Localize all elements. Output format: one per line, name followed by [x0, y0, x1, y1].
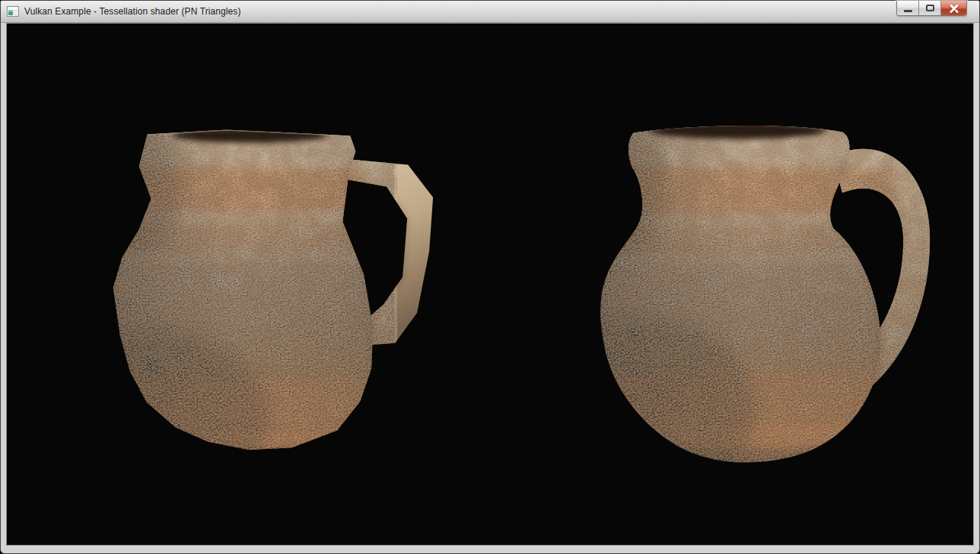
jug-left-rim-opening [173, 128, 328, 143]
app-icon [7, 5, 19, 18]
jug-left-faceted [18, 115, 433, 509]
jug-right-smooth [521, 115, 940, 507]
jug-right-rim-opening [650, 123, 826, 139]
close-x-icon [949, 4, 959, 13]
minimize-dash-icon [904, 10, 912, 12]
jug-right-blotch-texture [590, 116, 940, 473]
jug-left-blotch-texture [104, 121, 396, 466]
close-button[interactable] [941, 1, 966, 15]
vulkan-3d-scene [7, 24, 973, 545]
maximize-square-icon [926, 5, 934, 11]
title-bar[interactable]: Vulkan Example - Tessellation shader (PN… [1, 1, 979, 23]
window-controls [896, 1, 967, 16]
app-window: Vulkan Example - Tessellation shader (PN… [0, 0, 980, 554]
minimize-button[interactable] [897, 1, 919, 15]
maximize-button[interactable] [919, 1, 941, 15]
window-title: Vulkan Example - Tessellation shader (PN… [24, 1, 241, 23]
render-viewport[interactable] [6, 23, 974, 546]
